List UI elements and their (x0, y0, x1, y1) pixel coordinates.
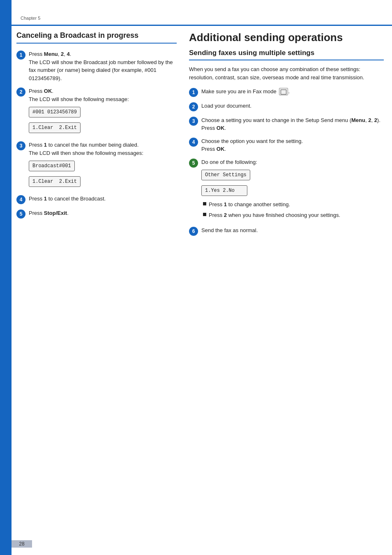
left-column: Canceling a Broadcast in progress 1 Pres… (16, 31, 177, 539)
bullet-item-2: Press 2 when you have finished choosing … (203, 211, 384, 219)
right-step-1: 1 Make sure you are in Fax mode . (189, 88, 384, 97)
sidebar-strip (0, 0, 12, 555)
step-number-3: 3 (16, 141, 25, 150)
right-sub-heading: Sending faxes using multiple settings (189, 48, 384, 60)
right-step-5: 5 Do one of the following: Other Setting… (189, 158, 384, 222)
bullet-icon-1 (203, 202, 206, 205)
bullet-item-1: Press 1 to change another setting. (203, 200, 384, 209)
right-step-number-3: 3 (189, 117, 198, 126)
bullet-icon-2 (203, 213, 206, 216)
step-text-4: Press 1 to cancel the Broadcast. (29, 195, 177, 203)
step-text-1: Press Menu, 2, 4. The LCD will show the … (29, 50, 177, 82)
left-step-5: 5 Press Stop/Exit. (16, 209, 177, 219)
bullet-text-2: Press 2 when you have finished choosing … (209, 211, 340, 219)
intro-text: When you send a fax you can choose any c… (189, 65, 384, 82)
right-big-heading: Additional sending operations (189, 31, 384, 44)
step-text-2: Press OK. The LCD will show the followin… (29, 87, 177, 136)
right-step-text-6: Send the fax as normal. (201, 226, 384, 235)
right-step-number-2: 2 (189, 102, 198, 111)
right-step-text-4: Choose the option you want for the setti… (201, 137, 384, 153)
content-area: Canceling a Broadcast in progress 1 Pres… (16, 31, 384, 539)
right-step-3: 3 Choose a setting you want to change in… (189, 116, 384, 132)
left-step-2: 2 Press OK. The LCD will show the follow… (16, 87, 177, 136)
right-step-text-3: Choose a setting you want to change in t… (201, 116, 384, 132)
bullet-text-1: Press 1 to change another setting. (209, 200, 290, 209)
right-step-number-1: 1 (189, 88, 198, 97)
chapter-label: Chapter 5 (21, 16, 40, 21)
left-section-heading: Canceling a Broadcast in progress (16, 31, 177, 44)
step-number-1: 1 (16, 51, 25, 60)
right-step-text-2: Load your document. (201, 102, 384, 110)
lcd-display-4: 1.Clear 2.Exit (29, 176, 81, 187)
step-number-2: 2 (16, 88, 25, 97)
left-step-3: 3 Press 1 to cancel the fax number being… (16, 141, 177, 190)
step-text-5: Press Stop/Exit. (29, 209, 177, 217)
left-step-4: 4 Press 1 to cancel the Broadcast. (16, 195, 177, 204)
right-step-number-4: 4 (189, 138, 198, 147)
right-step-2: 2 Load your document. (189, 102, 384, 111)
right-step-6: 6 Send the fax as normal. (189, 226, 384, 236)
step-number-4: 4 (16, 195, 25, 204)
page-number: 28 (12, 540, 32, 548)
right-step-number-6: 6 (189, 227, 198, 236)
bullet-list: Press 1 to change another setting. Press… (203, 200, 384, 219)
right-step-text-5: Do one of the following: Other Settings … (201, 158, 384, 222)
top-line (12, 25, 392, 26)
lcd-display-3: Broadcast#001 (29, 161, 75, 171)
step-text-3: Press 1 to cancel the fax number being d… (29, 141, 177, 190)
lcd-display-1: #001 0123456789 (29, 107, 81, 117)
lcd-display-2: 1.Clear 2.Exit (29, 122, 81, 133)
step-number-5: 5 (16, 210, 25, 219)
lcd-display-6: 1.Yes 2.No (201, 185, 247, 196)
right-column: Additional sending operations Sending fa… (189, 31, 384, 539)
right-step-text-1: Make sure you are in Fax mode . (201, 88, 384, 96)
fax-mode-icon (279, 88, 288, 95)
right-step-4: 4 Choose the option you want for the set… (189, 137, 384, 153)
lcd-display-5: Other Settings (201, 170, 250, 180)
left-step-1: 1 Press Menu, 2, 4. The LCD will show th… (16, 50, 177, 82)
right-step-number-5: 5 (189, 159, 198, 168)
